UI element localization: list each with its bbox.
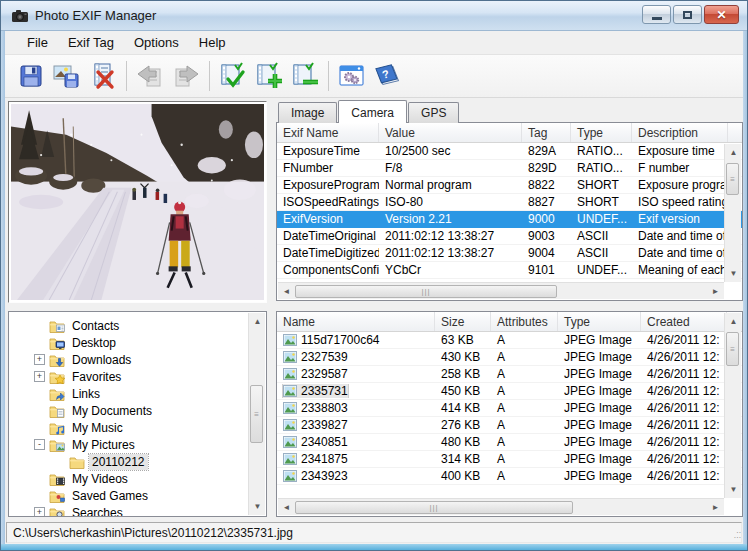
files-horizontal-scrollbar[interactable]: ◄ ||| ► <box>278 498 724 515</box>
file-cell: JPEG Image <box>558 384 641 398</box>
tree-item-my-videos[interactable]: My Videos <box>10 470 248 487</box>
scroll-up-icon[interactable]: ▲ <box>725 313 742 330</box>
file-cell: A <box>491 350 558 364</box>
scroll-right-icon[interactable]: ► <box>707 499 724 516</box>
file-table-row[interactable]: 2329587258 KBAJPEG Image4/26/2011 12: <box>277 366 742 383</box>
tree-item-saved-games[interactable]: Saved Games <box>10 487 248 504</box>
tree-vscroll-thumb[interactable]: ≡ <box>250 385 263 443</box>
pictures-folder-icon <box>49 438 65 452</box>
column-header[interactable]: Created <box>641 312 727 331</box>
tab-gps[interactable]: GPS <box>408 102 459 123</box>
scroll-down-icon[interactable]: ▼ <box>725 265 742 282</box>
save-button[interactable] <box>13 58 49 94</box>
exif-table-row[interactable]: ComponentsConfig...YCbCr9101UNDEF...Mean… <box>277 262 742 279</box>
tree-expander-spacer <box>34 320 45 331</box>
close-button[interactable]: ✕ <box>704 5 739 24</box>
scroll-left-icon[interactable]: ◄ <box>278 283 295 300</box>
menu-exif-tag[interactable]: Exif Tag <box>58 32 124 53</box>
minimize-button[interactable] <box>642 5 671 24</box>
file-table-row[interactable]: 2338803414 KBAJPEG Image4/26/2011 12: <box>277 400 742 417</box>
file-cell: JPEG Image <box>558 418 641 432</box>
file-cell: 4/26/2011 12: <box>641 418 727 432</box>
tree-item-label: 20110212 <box>89 454 148 470</box>
exif-table-row[interactable]: ISOSpeedRatingsISO-808827SHORTISO speed … <box>277 194 742 211</box>
file-table-row[interactable]: 2340851480 KBAJPEG Image4/26/2011 12: <box>277 434 742 451</box>
tree-item-label: Searches <box>69 505 126 518</box>
tree-item-desktop[interactable]: Desktop <box>10 334 248 351</box>
scroll-up-icon[interactable]: ▲ <box>249 313 266 330</box>
file-table-row[interactable]: 2343923400 KBAJPEG Image4/26/2011 12: <box>277 468 742 485</box>
tab-camera[interactable]: Camera <box>338 100 407 123</box>
files-vscroll-thumb[interactable]: ≡ <box>726 332 739 366</box>
file-name: 2335731 <box>301 384 348 398</box>
exif-cell: 10/2500 sec <box>379 144 522 158</box>
exif-table-row[interactable]: DateTimeDigitized2011:02:12 13:38:279004… <box>277 245 742 262</box>
exif-vertical-scrollbar[interactable]: ▲ ≡ ▼ <box>724 144 741 282</box>
file-cell: 4/26/2011 12: <box>641 435 727 449</box>
files-vertical-scrollbar[interactable]: ▲ ≡ ▼ <box>724 313 741 498</box>
file-table-row[interactable]: 2341875314 KBAJPEG Image4/26/2011 12: <box>277 451 742 468</box>
verify-exif-tags-button[interactable] <box>215 58 251 94</box>
photo-preview-panel <box>8 101 267 303</box>
exif-table-row[interactable]: DateTimeOriginal2011:02:12 13:38:279003A… <box>277 228 742 245</box>
tab-image[interactable]: Image <box>278 102 337 123</box>
scroll-right-icon[interactable]: ► <box>707 283 724 300</box>
add-exif-tag-button[interactable] <box>251 58 287 94</box>
tree-expander-icon[interactable]: + <box>34 507 45 517</box>
tree-item-searches[interactable]: +Searches <box>10 504 248 517</box>
exif-table-row[interactable]: ExifVersionVersion 2.219000UNDEF...Exif … <box>277 211 742 228</box>
column-header[interactable]: Type <box>571 123 632 142</box>
resize-grip[interactable]: ∙∙∙∙∙ <box>727 530 741 544</box>
exif-table-row[interactable]: ExposureTime10/2500 sec829ARATIO...Expos… <box>277 143 742 160</box>
file-cell: 276 KB <box>435 418 491 432</box>
exif-table-row[interactable]: FNumberF/8829DRATIO...F number <box>277 160 742 177</box>
column-header[interactable]: Exif Name <box>277 123 379 142</box>
maximize-button[interactable] <box>673 5 702 24</box>
exif-horizontal-scrollbar[interactable]: ◄ ||| ► <box>278 282 724 299</box>
menu-file[interactable]: File <box>17 32 58 53</box>
column-header[interactable]: Size <box>435 312 491 331</box>
column-header[interactable]: Name <box>277 312 435 331</box>
menu-help[interactable]: Help <box>189 32 236 53</box>
tree-expander-icon[interactable]: + <box>34 371 45 382</box>
menu-options[interactable]: Options <box>124 32 189 53</box>
file-table-row[interactable]: 2335731450 KBAJPEG Image4/26/2011 12: <box>277 383 742 400</box>
file-table-row[interactable]: 115d71700c6463 KBAJPEG Image4/26/2011 12… <box>277 332 742 349</box>
exif-table-row[interactable]: ExposureProgramNormal program8822SHORTEx… <box>277 177 742 194</box>
titlebar[interactable]: Photo EXIF Manager ✕ <box>1 1 747 31</box>
tree-expander-icon[interactable]: - <box>34 439 45 450</box>
tree-item-favorites[interactable]: +Favorites <box>10 368 248 385</box>
tree-item-my-documents[interactable]: My Documents <box>10 402 248 419</box>
exif-hscroll-thumb[interactable]: ||| <box>295 285 557 298</box>
save-image-button[interactable] <box>49 58 85 94</box>
scroll-up-icon[interactable]: ▲ <box>725 144 742 161</box>
delete-exif-button[interactable] <box>85 58 121 94</box>
tree-item-downloads[interactable]: +Downloads <box>10 351 248 368</box>
tree-item-links[interactable]: Links <box>10 385 248 402</box>
file-table-row[interactable]: 2339827276 KBAJPEG Image4/26/2011 12: <box>277 417 742 434</box>
tree-vertical-scrollbar[interactable]: ▲ ≡ ▼ <box>248 313 265 515</box>
tree-item-my-music[interactable]: My Music <box>10 419 248 436</box>
scroll-down-icon[interactable]: ▼ <box>249 498 266 515</box>
tree-item-20110212[interactable]: 20110212 <box>10 453 248 470</box>
tree-item-my-pictures[interactable]: -My Pictures <box>10 436 248 453</box>
file-cell: 480 KB <box>435 435 491 449</box>
column-header[interactable]: Tag <box>522 123 571 142</box>
scroll-left-icon[interactable]: ◄ <box>278 499 295 516</box>
column-header[interactable]: Value <box>379 123 522 142</box>
column-header[interactable]: Type <box>558 312 641 331</box>
column-header[interactable]: Attributes <box>491 312 558 331</box>
exif-vscroll-thumb[interactable]: ≡ <box>726 163 739 195</box>
statusbar: C:\Users\cherkashin\Pictures\20110212\23… <box>5 519 743 546</box>
searches-folder-icon <box>49 506 65 518</box>
scroll-down-icon[interactable]: ▼ <box>725 481 742 498</box>
files-hscroll-thumb[interactable]: ||| <box>295 501 573 514</box>
tree-expander-icon[interactable]: + <box>34 354 45 365</box>
options-button[interactable] <box>334 58 370 94</box>
file-table-row[interactable]: 2327539430 KBAJPEG Image4/26/2011 12: <box>277 349 742 366</box>
exif-tabs: Image Camera GPS <box>276 102 743 123</box>
tree-item-contacts[interactable]: Contacts <box>10 317 248 334</box>
column-header[interactable]: Description <box>632 123 728 142</box>
help-button[interactable]: ? <box>370 58 406 94</box>
remove-exif-tag-button[interactable] <box>287 58 323 94</box>
